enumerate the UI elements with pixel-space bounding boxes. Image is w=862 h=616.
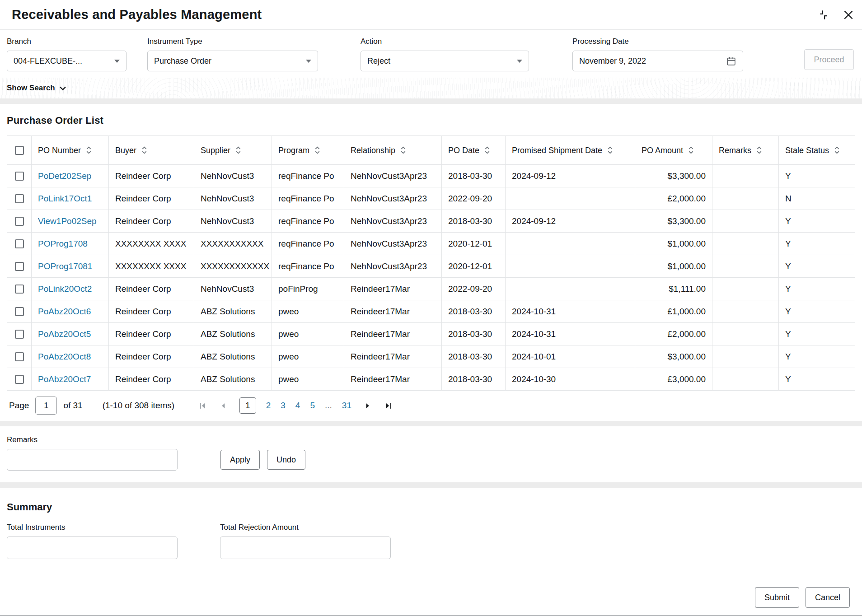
cell-buyer: Reindeer Corp <box>109 210 194 233</box>
po-number-link[interactable]: POProg1708 <box>38 239 88 248</box>
cell-po-amount: $3,300.00 <box>635 210 712 233</box>
po-number-link[interactable]: POProg17081 <box>38 261 92 271</box>
pagination-current-page[interactable]: 1 <box>239 397 256 414</box>
chevron-down-icon <box>59 86 66 91</box>
cell-supplier: XXXXXXXXXXXX <box>194 255 272 278</box>
cell-stale-status: Y <box>779 368 855 391</box>
close-icon[interactable] <box>843 9 854 20</box>
cell-supplier: NehNovCust3 <box>194 278 272 300</box>
pagination-page-link[interactable]: 5 <box>310 401 315 411</box>
instrument-type-select[interactable]: Purchase Order <box>147 51 318 71</box>
proceed-button[interactable]: Proceed <box>804 49 854 70</box>
cell-buyer: Reindeer Corp <box>109 300 194 323</box>
total-rejection-amount-input[interactable] <box>220 537 391 559</box>
cancel-button[interactable]: Cancel <box>806 587 850 608</box>
next-page-icon[interactable] <box>363 401 372 411</box>
cell-po-amount: £1,000.00 <box>635 300 712 323</box>
action-field: Action Reject <box>361 37 529 71</box>
row-checkbox[interactable] <box>15 375 24 384</box>
row-checkbox[interactable] <box>15 285 24 294</box>
page-title: Receivables and Payables Management <box>12 7 262 22</box>
cell-remarks <box>712 278 779 300</box>
row-checkbox[interactable] <box>15 330 24 339</box>
cell-remarks <box>712 300 779 323</box>
sort-icon <box>607 145 613 155</box>
cell-promised-shipment-date <box>506 255 635 278</box>
po-number-link[interactable]: View1Po02Sep <box>38 216 97 226</box>
row-checkbox[interactable] <box>15 217 24 226</box>
column-header-supplier[interactable]: Supplier <box>194 136 272 165</box>
select-all-header <box>7 136 32 165</box>
po-number-link[interactable]: PoAbz20Oct8 <box>38 352 91 361</box>
remarks-input[interactable] <box>7 449 178 471</box>
collapse-window-icon[interactable] <box>818 9 829 21</box>
column-header-po-amount[interactable]: PO Amount <box>635 136 712 165</box>
undo-button[interactable]: Undo <box>267 450 305 470</box>
cell-po-date: 2018-03-30 <box>442 210 506 233</box>
row-checkbox[interactable] <box>15 172 24 181</box>
processing-date-input[interactable]: November 9, 2022 <box>572 51 743 71</box>
column-label: Relationship <box>351 145 395 154</box>
row-checkbox[interactable] <box>15 194 24 203</box>
instrument-type-label: Instrument Type <box>147 37 318 46</box>
first-page-icon[interactable] <box>198 401 207 411</box>
cell-remarks <box>712 345 779 368</box>
column-header-relationship[interactable]: Relationship <box>344 136 442 165</box>
cell-relationship: Reindeer17Mar <box>344 278 442 300</box>
apply-button[interactable]: Apply <box>220 450 260 470</box>
sort-icon <box>141 145 147 155</box>
purchase-order-table: PO NumberBuyerSupplierProgramRelationshi… <box>7 135 855 391</box>
page-number-input[interactable] <box>35 397 57 415</box>
cell-buyer: Reindeer Corp <box>109 278 194 300</box>
branch-select[interactable]: 004-FLEXCUBE-... <box>7 51 126 71</box>
previous-page-icon[interactable] <box>219 401 228 411</box>
cell-po-number: PoDet202Sep <box>32 165 109 187</box>
cell-supplier: ABZ Solutions <box>194 323 272 345</box>
po-number-link[interactable]: PoDet202Sep <box>38 171 91 181</box>
pagination-page-link[interactable]: 3 <box>281 401 286 411</box>
cell-stale-status: Y <box>779 255 855 278</box>
row-checkbox-cell <box>7 210 32 233</box>
select-all-checkbox[interactable] <box>15 146 24 155</box>
po-number-link[interactable]: PoAbz20Oct6 <box>38 307 91 316</box>
column-label: Supplier <box>201 145 230 154</box>
column-label: Remarks <box>719 145 751 154</box>
column-header-po-number[interactable]: PO Number <box>32 136 109 165</box>
column-header-po-date[interactable]: PO Date <box>442 136 506 165</box>
table-header-row: PO NumberBuyerSupplierProgramRelationshi… <box>7 136 855 165</box>
pagination-page-link[interactable]: 2 <box>266 401 271 411</box>
sort-icon <box>314 145 320 155</box>
po-number-link[interactable]: PoLink20Oct2 <box>38 284 92 294</box>
row-checkbox[interactable] <box>15 239 24 248</box>
po-number-link[interactable]: PoLink17Oct1 <box>38 194 92 203</box>
table-row: PoAbz20Oct5Reindeer CorpABZ Solutionspwe… <box>7 323 855 345</box>
column-header-stale-status[interactable]: Stale Status <box>779 136 855 165</box>
cell-po-number: View1Po02Sep <box>32 210 109 233</box>
cell-po-date: 2020-12-01 <box>442 255 506 278</box>
total-rejection-amount-label: Total Rejection Amount <box>220 523 391 532</box>
column-header-program[interactable]: Program <box>272 136 344 165</box>
last-page-icon[interactable] <box>384 401 393 411</box>
po-number-link[interactable]: PoAbz20Oct7 <box>38 374 91 384</box>
show-search-toggle[interactable]: Show Search <box>0 78 862 98</box>
row-checkbox[interactable] <box>15 262 24 271</box>
column-header-promised-shipment-date[interactable]: Promised Shipment Date <box>506 136 635 165</box>
column-header-buyer[interactable]: Buyer <box>109 136 194 165</box>
submit-button[interactable]: Submit <box>755 587 799 608</box>
action-value: Reject <box>367 56 390 66</box>
row-checkbox[interactable] <box>15 352 24 361</box>
column-header-remarks[interactable]: Remarks <box>712 136 779 165</box>
row-checkbox-cell <box>7 233 32 255</box>
po-number-link[interactable]: PoAbz20Oct5 <box>38 329 91 339</box>
action-select[interactable]: Reject <box>361 51 529 71</box>
pagination-page-link[interactable]: 4 <box>295 401 300 411</box>
cell-stale-status: N <box>779 187 855 210</box>
cell-program: pweo <box>272 300 344 323</box>
row-checkbox[interactable] <box>15 307 24 316</box>
table-row: View1Po02SepReindeer CorpNehNovCust3reqF… <box>7 210 855 233</box>
calendar-icon[interactable] <box>726 56 736 66</box>
total-instruments-input[interactable] <box>7 537 178 559</box>
cell-po-date: 2018-03-30 <box>442 323 506 345</box>
cell-buyer: Reindeer Corp <box>109 187 194 210</box>
pagination-page-link[interactable]: 31 <box>342 401 351 411</box>
